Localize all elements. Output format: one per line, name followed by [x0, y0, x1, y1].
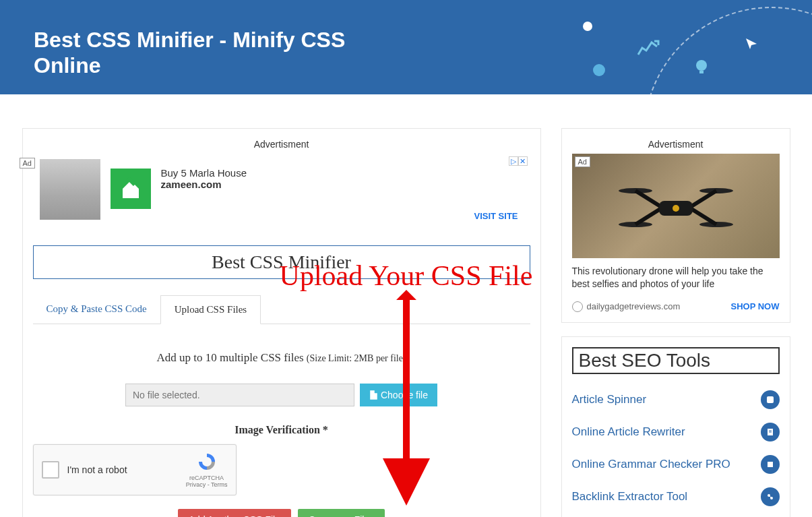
svg-line-6 — [635, 191, 662, 208]
svg-rect-12 — [767, 396, 774, 403]
ad-image — [572, 154, 780, 258]
ad-cta-link[interactable]: VISIT SITE — [474, 211, 518, 221]
add-another-file-button[interactable]: Add Another CSS File — [178, 509, 291, 517]
seo-link-article-rewriter[interactable]: Online Article Rewriter — [572, 425, 685, 439]
svg-point-11 — [673, 205, 679, 212]
upload-panel: Add up to 10 multiple CSS files (Size Li… — [33, 324, 530, 436]
svg-line-19 — [769, 495, 772, 498]
upload-instr-main: Add up to 10 multiple CSS files — [156, 351, 306, 364]
recaptcha-checkbox[interactable] — [42, 461, 59, 479]
svg-line-8 — [635, 208, 662, 224]
header-decoration — [542, 0, 812, 94]
ad-badge: Ad — [20, 158, 35, 169]
recaptcha-brand: reCAPTCHA — [186, 475, 228, 481]
ad-source: dailygadgetreviews.com — [572, 301, 681, 312]
file-icon — [369, 390, 377, 400]
list-item: Online Article Rewriter — [572, 416, 780, 448]
main-column: Advertisment Ad Buy 5 Marla House zameen… — [22, 128, 541, 517]
svg-line-9 — [689, 208, 716, 224]
svg-rect-16 — [768, 462, 773, 467]
seo-link-article-spinner[interactable]: Article Spinner — [572, 393, 647, 406]
recaptcha-widget[interactable]: I'm not a robot reCAPTCHA Privacy - Term… — [33, 444, 237, 495]
ad-headline: Buy 5 Marla House — [161, 167, 247, 179]
ad-badge: Ad — [575, 156, 590, 167]
close-icon[interactable]: ✕ — [518, 156, 528, 166]
choose-file-button[interactable]: Choose file — [360, 384, 437, 406]
list-item: Backlink Extractor Tool — [572, 481, 780, 513]
sidebar-column: Advertisment Ad ▷ ✕ — [561, 128, 790, 517]
tool-icon — [761, 455, 780, 474]
svg-rect-1 — [699, 71, 704, 73]
upload-instr-note: (Size Limit: 2MB per file) — [307, 353, 406, 363]
list-item: Article Spinner — [572, 384, 780, 416]
upload-instructions: Add up to 10 multiple CSS files (Size Li… — [33, 351, 530, 365]
tool-heading: Best CSS Minifier — [33, 245, 530, 279]
page-title: Best CSS Minifier - Minify CSS Online — [34, 27, 371, 79]
ad-source-text: dailygadgetreviews.com — [587, 301, 681, 311]
tool-icon — [761, 487, 780, 506]
ad-banner-sidebar[interactable]: Ad ▷ ✕ — [572, 154, 780, 312]
verification-label: Image Verification * — [33, 424, 530, 436]
drone-icon — [615, 177, 737, 238]
globe-icon — [572, 301, 583, 312]
ad-domain: zameen.com — [161, 179, 247, 190]
tool-icon — [761, 390, 780, 409]
recaptcha-label: I'm not a robot — [67, 464, 178, 475]
tool-icon — [761, 423, 780, 442]
advertisement-label: Advertisment — [572, 139, 780, 150]
file-input[interactable] — [125, 384, 354, 406]
cursor-icon — [745, 37, 758, 51]
choose-file-label: Choose file — [381, 390, 428, 400]
recaptcha-legal[interactable]: Privacy - Terms — [186, 481, 228, 488]
tab-paste-code[interactable]: Copy & Paste CSS Code — [33, 295, 160, 324]
ad-logo — [111, 169, 151, 209]
ad-thumbnail — [40, 159, 100, 220]
tab-bar: Copy & Paste CSS Code Upload CSS Files — [33, 295, 530, 324]
page-header: Best CSS Minifier - Minify CSS Online — [0, 0, 812, 94]
ad-text: Buy 5 Marla House zameen.com — [161, 159, 247, 190]
svg-line-7 — [689, 191, 716, 208]
compress-files-button[interactable]: Compress Files — [298, 509, 385, 517]
seo-tools-card: Best SEO Tools Article Spinner Online Ar… — [561, 336, 790, 517]
sidebar-ad-card: Advertisment Ad ▷ ✕ — [561, 128, 790, 323]
lightbulb-icon — [694, 57, 709, 78]
recaptcha-icon — [197, 452, 217, 472]
adchoices-icon[interactable]: ▷ — [509, 156, 518, 166]
ad-cta-link[interactable]: SHOP NOW — [731, 301, 780, 311]
chart-icon — [637, 37, 660, 56]
ad-banner-main[interactable]: Ad Buy 5 Marla House zameen.com VISIT SI… — [33, 154, 530, 225]
list-item: Online Grammar Checker PRO — [572, 448, 780, 481]
tab-upload-files[interactable]: Upload CSS Files — [160, 295, 261, 324]
ad-adchoices[interactable]: ▷ ✕ — [509, 156, 528, 166]
seo-tools-heading: Best SEO Tools — [572, 347, 780, 374]
seo-link-grammar-checker[interactable]: Online Grammar Checker PRO — [572, 458, 730, 471]
seo-link-backlink-extractor[interactable]: Backlink Extractor Tool — [572, 490, 688, 504]
svg-point-0 — [696, 60, 707, 71]
advertisement-label: Advertisment — [33, 139, 530, 150]
ad-description: This revolutionary drone will help you t… — [572, 265, 780, 291]
seo-tools-list: Article Spinner Online Article Rewriter … — [572, 384, 780, 513]
